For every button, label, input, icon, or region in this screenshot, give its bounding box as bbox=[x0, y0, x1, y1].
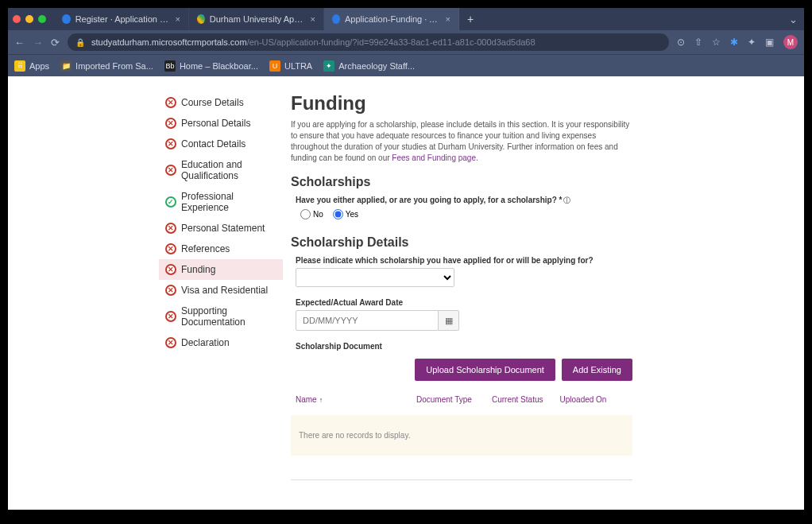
success-icon: ✓ bbox=[165, 196, 176, 208]
sidebar-item-label: Supporting Documentation bbox=[181, 305, 276, 328]
reader-icon[interactable]: ✱ bbox=[730, 37, 738, 48]
radio-no-input[interactable] bbox=[300, 209, 311, 219]
close-icon[interactable]: × bbox=[446, 14, 450, 24]
sidebar-item-declaration[interactable]: ✕Declaration bbox=[159, 332, 283, 353]
sidebar-item-supporting-docs[interactable]: ✕Supporting Documentation bbox=[159, 301, 283, 332]
extensions-icon[interactable]: ✦ bbox=[748, 37, 756, 48]
sidebar-item-references[interactable]: ✕References bbox=[159, 239, 283, 259]
sidebar-item-label: Professional Experience bbox=[181, 191, 276, 213]
window-controls bbox=[13, 15, 46, 23]
page-title: Funding bbox=[291, 92, 632, 115]
share-icon[interactable]: ⇧ bbox=[694, 37, 702, 48]
globe-icon bbox=[62, 14, 71, 24]
page-description: If you are applying for a scholarship, p… bbox=[291, 119, 632, 164]
bookmarks-bar: ⠿Apps 📁Imported From Sa... BbHome – Blac… bbox=[8, 54, 804, 76]
error-icon: ✕ bbox=[165, 285, 176, 296]
error-icon: ✕ bbox=[165, 97, 176, 108]
sidebar-item-label: Contact Details bbox=[181, 138, 246, 149]
chevron-down-icon[interactable]: ⌄ bbox=[789, 14, 798, 25]
browser-tab-0[interactable]: Register · Application Portal × bbox=[54, 8, 189, 30]
search-icon[interactable]: ⊙ bbox=[677, 37, 685, 48]
divider bbox=[291, 479, 632, 480]
sidebar-item-label: Education and Qualifications bbox=[181, 159, 276, 181]
fees-funding-link[interactable]: Fees and Funding page bbox=[392, 153, 476, 162]
bookmark-icon[interactable]: ☆ bbox=[712, 37, 721, 48]
forward-button[interactable]: → bbox=[33, 37, 43, 49]
sidebar-item-label: Declaration bbox=[181, 337, 230, 348]
sidebar-item-personal-statement[interactable]: ✕Personal Statement bbox=[159, 218, 283, 239]
tab-title: Durham University Applicant P bbox=[210, 14, 306, 24]
browser-tab-2[interactable]: Application-Funding · Applicat × bbox=[324, 8, 459, 30]
bookmark-blackboard[interactable]: BbHome – Blackboar... bbox=[164, 60, 258, 72]
add-existing-button[interactable]: Add Existing bbox=[562, 359, 632, 381]
sidebar-item-label: References bbox=[181, 243, 230, 254]
bookmark-archaeology[interactable]: ✦Archaeology Staff... bbox=[323, 60, 415, 72]
sidebar-nav: ✕Course Details ✕Personal Details ✕Conta… bbox=[159, 92, 283, 480]
column-header-name[interactable]: Name↑ bbox=[296, 395, 416, 404]
tab-title: Application-Funding · Applicat bbox=[345, 14, 441, 24]
error-icon: ✕ bbox=[165, 223, 176, 234]
tab-bar: Register · Application Portal × Durham U… bbox=[8, 8, 804, 30]
error-icon: ✕ bbox=[165, 165, 176, 176]
error-icon: ✕ bbox=[165, 243, 176, 254]
lock-icon: 🔒 bbox=[75, 38, 85, 47]
profile-avatar[interactable]: M bbox=[783, 35, 798, 49]
sort-asc-icon: ↑ bbox=[319, 396, 323, 404]
address-bar[interactable]: 🔒 studyatdurham.microsoftcrmportals.com/… bbox=[68, 33, 669, 51]
upload-document-button[interactable]: Upload Scholarship Document bbox=[415, 359, 555, 381]
sidebar-item-label: Personal Statement bbox=[181, 223, 265, 234]
error-icon: ✕ bbox=[165, 311, 176, 322]
award-date-input[interactable] bbox=[296, 310, 439, 331]
help-icon[interactable]: ⓘ bbox=[563, 196, 570, 204]
radio-no[interactable]: No bbox=[300, 209, 323, 219]
sidebar-item-visa-residential[interactable]: ✕Visa and Residential bbox=[159, 280, 283, 301]
sidebar-item-contact-details[interactable]: ✕Contact Details bbox=[159, 134, 283, 154]
bookmark-ultra[interactable]: UULTRA bbox=[269, 60, 312, 72]
award-date-label: Expected/Actual Award Date bbox=[296, 298, 632, 307]
sidebar-item-education[interactable]: ✕Education and Qualifications bbox=[159, 154, 283, 186]
url-bar: ← → ⟳ 🔒 studyatdurham.microsoftcrmportal… bbox=[8, 30, 804, 54]
radio-yes-input[interactable] bbox=[333, 209, 343, 219]
panel-icon[interactable]: ▣ bbox=[765, 37, 774, 48]
minimize-window[interactable] bbox=[25, 15, 33, 23]
scholarships-heading: Scholarships bbox=[291, 175, 632, 189]
error-icon: ✕ bbox=[165, 264, 176, 275]
table-empty-message: There are no records to display. bbox=[291, 415, 632, 456]
scholarship-question-label: Have you either applied, or are you goin… bbox=[296, 196, 632, 206]
column-header-type[interactable]: Document Type bbox=[416, 395, 492, 404]
sidebar-item-label: Funding bbox=[181, 264, 215, 275]
scholarship-document-label: Scholarship Document bbox=[296, 342, 632, 351]
error-icon: ✕ bbox=[165, 118, 176, 129]
sidebar-item-professional-experience[interactable]: ✓Professional Experience bbox=[159, 186, 283, 218]
scholarship-select[interactable] bbox=[296, 268, 454, 287]
new-tab-button[interactable]: + bbox=[459, 13, 481, 25]
sidebar-item-funding[interactable]: ✕Funding bbox=[159, 259, 283, 280]
gmail-icon bbox=[197, 14, 205, 24]
scholarship-details-heading: Scholarship Details bbox=[291, 235, 632, 250]
bookmark-imported[interactable]: 📁Imported From Sa... bbox=[60, 60, 153, 72]
sidebar-item-label: Personal Details bbox=[181, 118, 250, 129]
back-button[interactable]: ← bbox=[14, 37, 25, 49]
error-icon: ✕ bbox=[165, 138, 176, 149]
sidebar-item-course-details[interactable]: ✕Course Details bbox=[159, 92, 283, 113]
sidebar-item-label: Visa and Residential bbox=[181, 285, 268, 296]
close-window[interactable] bbox=[13, 15, 21, 23]
url-text: studyatdurham.microsoftcrmportals.com/en… bbox=[91, 37, 536, 47]
globe-icon bbox=[332, 14, 340, 24]
error-icon: ✕ bbox=[165, 337, 176, 348]
maximize-window[interactable] bbox=[38, 15, 46, 23]
reload-button[interactable]: ⟳ bbox=[51, 37, 60, 49]
column-header-status[interactable]: Current Status bbox=[492, 395, 560, 404]
column-header-uploaded[interactable]: Uploaded On bbox=[560, 395, 628, 404]
close-icon[interactable]: × bbox=[176, 14, 180, 24]
browser-tab-1[interactable]: Durham University Applicant P × bbox=[189, 8, 324, 30]
bookmark-apps[interactable]: ⠿Apps bbox=[14, 60, 49, 72]
tab-title: Register · Application Portal bbox=[75, 14, 171, 24]
calendar-icon: ▦ bbox=[445, 316, 453, 326]
sidebar-item-personal-details[interactable]: ✕Personal Details bbox=[159, 113, 283, 134]
radio-yes[interactable]: Yes bbox=[333, 209, 358, 219]
close-icon[interactable]: × bbox=[311, 14, 315, 24]
calendar-button[interactable]: ▦ bbox=[439, 310, 459, 331]
documents-table: Name↑ Document Type Current Status Uploa… bbox=[291, 389, 632, 456]
scholarship-select-label: Please indicate which scholarship you ha… bbox=[296, 256, 632, 265]
